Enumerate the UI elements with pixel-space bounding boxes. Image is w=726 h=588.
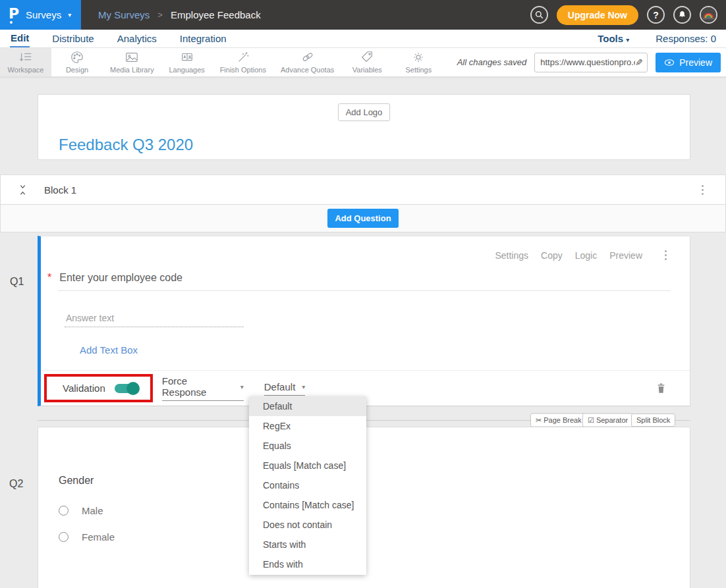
checkbox-icon: ☑ bbox=[588, 416, 594, 424]
answer-text-placeholder[interactable]: Answer text bbox=[66, 313, 114, 323]
top-header: P Surveys ▾ My Surveys > Employee Feedba… bbox=[0, 0, 726, 30]
answer-text-underline bbox=[65, 327, 244, 327]
module-tabs: Edit Distribute Analytics Integration To… bbox=[0, 30, 726, 48]
editor-toolbar: Workspace Design Media Library Languages… bbox=[0, 48, 726, 77]
header-actions: Upgrade Now ? bbox=[530, 5, 726, 25]
add-logo-button[interactable]: Add Logo bbox=[338, 103, 391, 121]
scissors-icon: ✂ bbox=[536, 416, 542, 424]
question-1-card: Settings Copy Logic Preview * Enter your… bbox=[38, 236, 690, 406]
question-text[interactable]: Gender bbox=[59, 475, 94, 487]
help-button[interactable]: ? bbox=[647, 6, 665, 24]
questionpro-logo-icon: P bbox=[9, 7, 20, 24]
radio-icon[interactable] bbox=[59, 532, 69, 542]
edit-url-icon[interactable]: ✎ bbox=[635, 57, 643, 68]
menu-item-regex[interactable]: RegEx bbox=[249, 416, 366, 436]
breadcrumb-my-surveys[interactable]: My Surveys bbox=[98, 9, 150, 20]
upgrade-now-button[interactable]: Upgrade Now bbox=[557, 5, 638, 25]
menu-item-contains[interactable]: Contains bbox=[249, 475, 366, 495]
bell-icon bbox=[677, 10, 687, 20]
notifications-button[interactable] bbox=[673, 6, 691, 24]
tab-analytics[interactable]: Analytics bbox=[117, 31, 157, 47]
question-logic-link[interactable]: Logic bbox=[575, 250, 597, 261]
user-avatar[interactable] bbox=[700, 6, 717, 24]
survey-header-card: Add Logo Feedback Q3 2020 bbox=[38, 94, 690, 160]
survey-title[interactable]: Feedback Q3 2020 bbox=[59, 136, 193, 154]
force-response-dropdown[interactable]: Force Response ▾ bbox=[162, 375, 244, 401]
radio-option-male[interactable]: Male bbox=[59, 505, 103, 516]
question-text-underline bbox=[58, 290, 671, 291]
question-text-row[interactable]: * Enter your employee code bbox=[47, 272, 182, 284]
chevron-down-icon: ▾ bbox=[240, 383, 244, 390]
tag-icon bbox=[360, 50, 374, 65]
delete-question-button[interactable] bbox=[656, 383, 666, 394]
tools-dropdown[interactable]: Tools ▾ bbox=[598, 33, 629, 44]
validation-label: Validation bbox=[63, 383, 105, 394]
validation-type-menu: Default RegEx Equals Equals [Match case]… bbox=[249, 396, 366, 575]
tab-edit[interactable]: Edit bbox=[10, 30, 30, 47]
product-menu[interactable]: P Surveys ▾ bbox=[0, 0, 81, 30]
menu-item-equals-match-case[interactable]: Equals [Match case] bbox=[249, 456, 366, 475]
question-preview-link[interactable]: Preview bbox=[609, 250, 642, 261]
chevron-down-icon: ▾ bbox=[302, 383, 305, 390]
workspace-icon bbox=[18, 50, 33, 65]
block-title[interactable]: Block 1 bbox=[44, 184, 76, 196]
block-header: Block 1 bbox=[0, 174, 726, 205]
separator-button[interactable]: ☑Separator bbox=[582, 414, 633, 427]
question-settings-link[interactable]: Settings bbox=[495, 250, 528, 261]
question-actions: Settings Copy Logic Preview bbox=[495, 248, 669, 262]
split-block-button[interactable]: Split Block bbox=[631, 414, 675, 427]
page-break-button[interactable]: ✂Page Break bbox=[530, 414, 587, 427]
validation-type-dropdown[interactable]: Default ▾ bbox=[264, 381, 305, 396]
toolbar-finish-options[interactable]: Finish Options bbox=[213, 48, 273, 76]
block-menu-kebab-icon[interactable] bbox=[700, 183, 706, 197]
survey-editor-page: P Surveys ▾ My Surveys > Employee Feedba… bbox=[0, 0, 726, 588]
toolbar-settings[interactable]: Settings bbox=[393, 48, 444, 76]
palette-icon bbox=[70, 50, 84, 65]
menu-item-does-not-contain[interactable]: Does not contain bbox=[249, 515, 366, 535]
question-text[interactable]: Enter your employee code bbox=[59, 272, 182, 284]
q2-margin-label: Q2 bbox=[9, 478, 23, 490]
breadcrumb-survey-name: Employee Feedback bbox=[171, 9, 261, 20]
radio-option-female[interactable]: Female bbox=[59, 531, 115, 543]
trash-icon bbox=[656, 383, 666, 394]
translate-icon bbox=[180, 50, 194, 65]
breadcrumb-separator: > bbox=[157, 10, 163, 20]
toggle-knob bbox=[126, 382, 140, 395]
chevron-down-icon: ▾ bbox=[626, 36, 629, 43]
menu-item-contains-match-case[interactable]: Contains [Match case] bbox=[249, 495, 366, 515]
validation-annotation-box: Validation bbox=[44, 374, 153, 402]
toolbar-media-library[interactable]: Media Library bbox=[103, 48, 161, 76]
menu-item-starts-with[interactable]: Starts with bbox=[249, 535, 366, 554]
radio-icon[interactable] bbox=[59, 506, 69, 516]
collapse-block-icon[interactable] bbox=[18, 184, 28, 196]
responses-count[interactable]: Responses: 0 bbox=[656, 33, 716, 44]
validation-toggle[interactable] bbox=[115, 384, 138, 393]
menu-item-default[interactable]: Default bbox=[249, 396, 366, 416]
toolbar-advance-quotas[interactable]: Advance Quotas bbox=[273, 48, 341, 76]
tab-integration[interactable]: Integration bbox=[179, 31, 227, 47]
toolbar-languages[interactable]: Languages bbox=[161, 48, 213, 76]
search-button[interactable] bbox=[530, 6, 548, 24]
question-mark-icon: ? bbox=[653, 10, 659, 20]
add-question-strip: Add Question bbox=[0, 205, 726, 232]
product-menu-label: Surveys bbox=[26, 9, 61, 20]
eye-icon bbox=[664, 59, 675, 67]
question-menu-kebab-icon[interactable] bbox=[663, 248, 669, 262]
breadcrumb: My Surveys > Employee Feedback bbox=[98, 9, 261, 20]
survey-url-field[interactable]: https://www.questionpro.com/t/A ✎ bbox=[534, 53, 648, 72]
preview-button[interactable]: Preview bbox=[656, 53, 721, 72]
tab-distribute[interactable]: Distribute bbox=[51, 31, 94, 47]
q1-margin-label: Q1 bbox=[10, 276, 24, 288]
save-status-text: All changes saved bbox=[457, 57, 527, 67]
block-section: Block 1 Add Question Settings Copy Logic… bbox=[0, 174, 726, 406]
menu-item-equals[interactable]: Equals bbox=[249, 436, 366, 456]
add-question-button[interactable]: Add Question bbox=[327, 209, 398, 228]
toolbar-variables[interactable]: Variables bbox=[341, 48, 393, 76]
gear-icon bbox=[411, 50, 426, 65]
toolbar-design[interactable]: Design bbox=[51, 48, 103, 76]
menu-item-ends-with[interactable]: Ends with bbox=[249, 554, 366, 574]
toolbar-workspace[interactable]: Workspace bbox=[0, 48, 51, 76]
add-text-box-link[interactable]: Add Text Box bbox=[80, 344, 138, 356]
question-copy-link[interactable]: Copy bbox=[541, 250, 563, 261]
image-icon bbox=[125, 50, 139, 65]
